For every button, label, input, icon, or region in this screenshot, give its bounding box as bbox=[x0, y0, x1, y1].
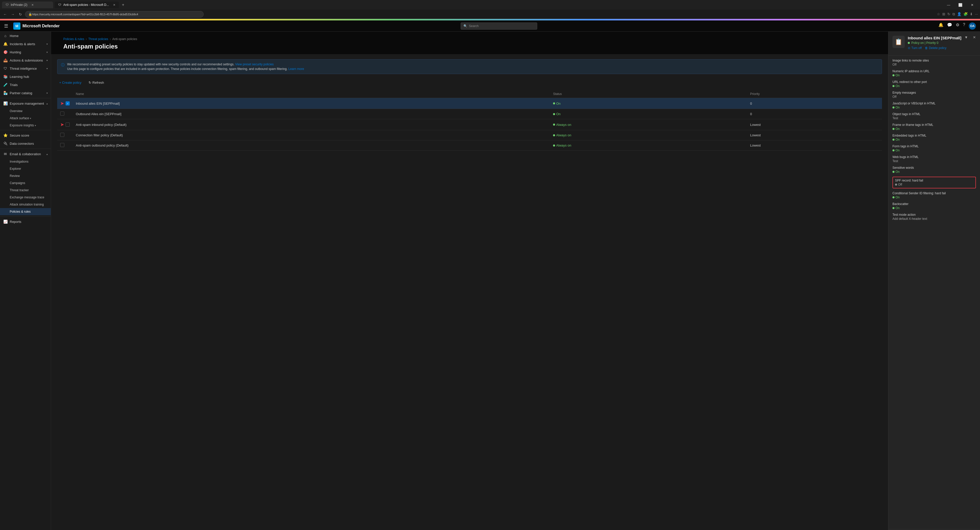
create-policy-button[interactable]: + Create policy bbox=[57, 79, 83, 86]
table-row[interactable]: Anti-spam outbound policy (Default) Alwa… bbox=[57, 140, 882, 151]
prop-backscatter: Backscatter On bbox=[892, 202, 976, 210]
split-icon[interactable]: ⧉ bbox=[953, 12, 955, 16]
panel-up-button[interactable]: ▲ bbox=[955, 34, 962, 41]
sidebar-label-review: Review bbox=[10, 174, 20, 178]
chevron-icon: ▾ bbox=[35, 124, 36, 127]
menu-icon[interactable]: ··· bbox=[975, 12, 978, 16]
info-link-preset[interactable]: View preset security policies bbox=[235, 62, 274, 66]
row-checkbox-cell: ➤ bbox=[57, 119, 73, 130]
sidebar-item-trials[interactable]: 🧪 Trials bbox=[0, 81, 51, 89]
address-bar[interactable]: 🔒 https://security.microsoft.com/antispa… bbox=[25, 11, 204, 18]
tab-label-1: InPrivate (2) bbox=[11, 3, 27, 6]
download-icon[interactable]: ⬇ bbox=[970, 12, 973, 16]
sidebar-item-hunting[interactable]: 🎯 Hunting ▾ bbox=[0, 48, 51, 56]
sidebar-item-incidents[interactable]: 🔔 Incidents & alerts ▾ bbox=[0, 40, 51, 48]
sidebar-item-learning[interactable]: 📚 Learning hub bbox=[0, 73, 51, 81]
table-row[interactable]: Connection filter policy (Default) Alway… bbox=[57, 130, 882, 140]
turn-off-button[interactable]: ⊙ Turn off bbox=[908, 46, 922, 50]
panel-down-button[interactable]: ▼ bbox=[963, 34, 970, 41]
status-dot bbox=[892, 138, 894, 141]
status-dot bbox=[892, 196, 894, 198]
sidebar-item-data-connectors[interactable]: 🔌 Data connectors bbox=[0, 139, 51, 148]
sidebar-item-exposure-insights[interactable]: Exposure insights ▾ bbox=[0, 122, 51, 129]
sidebar-label-data-connectors: Data connectors bbox=[10, 142, 34, 145]
panel-close-button[interactable]: ✕ bbox=[971, 34, 978, 41]
search-bar[interactable]: 🔍 Search bbox=[461, 22, 537, 30]
row-name-4: Connection filter policy (Default) bbox=[73, 130, 550, 140]
forward-button[interactable]: → bbox=[10, 12, 16, 16]
bell-icon[interactable]: 🔔 bbox=[939, 22, 943, 30]
sidebar-item-email-collab[interactable]: ✉ Email & collaboration ▴ bbox=[0, 150, 51, 158]
tab-label-2: Anti-spam policies - Microsoft D... bbox=[63, 3, 109, 6]
info-link-learn[interactable]: Learn more bbox=[288, 67, 304, 71]
breadcrumb-link-threat[interactable]: Threat policies bbox=[88, 37, 108, 41]
hamburger-menu[interactable]: ☰ bbox=[4, 23, 8, 29]
page-title: Anti-spam policies bbox=[63, 43, 876, 50]
collections-icon[interactable]: ⊞ bbox=[942, 12, 945, 16]
checkbox-2[interactable] bbox=[60, 111, 64, 116]
sidebar-label-exposure-mgmt: Exposure management bbox=[10, 102, 44, 105]
star-icon[interactable]: ☆ bbox=[937, 12, 940, 16]
sidebar-item-policies-rules[interactable]: Policies & rules bbox=[0, 208, 51, 215]
refresh-icon[interactable]: ↻ bbox=[947, 12, 950, 16]
delete-policy-button[interactable]: 🗑 Delete policy bbox=[925, 46, 947, 50]
table-row[interactable]: ➤ Anti-spam inbound policy (Default) Alw… bbox=[57, 119, 882, 130]
status-dot bbox=[892, 150, 894, 151]
sidebar-item-threat-intel[interactable]: 🛡 Threat intelligence ▾ bbox=[0, 64, 51, 73]
browser-tab-inprivate[interactable]: 🛡 InPrivate (2) ✕ bbox=[2, 2, 53, 8]
sidebar-item-investigations[interactable]: Investigations bbox=[0, 158, 51, 165]
table-row[interactable]: ➤ ✓ Inbound alles EIN [SEPPmail] On 0 bbox=[57, 98, 882, 109]
sidebar-item-exchange-trace[interactable]: Exchange message trace bbox=[0, 194, 51, 201]
sidebar-label-learning: Learning hub bbox=[10, 75, 29, 79]
panel-title-info: Inbound alles EIN [SEPPmail] Policy on |… bbox=[908, 36, 961, 50]
minimize-button[interactable]: — bbox=[943, 0, 955, 10]
sidebar-item-threat-tracker[interactable]: Threat tracker bbox=[0, 187, 51, 194]
sidebar-label-exposure-insights: Exposure insights bbox=[10, 124, 34, 127]
sidebar-item-attack-sim[interactable]: Attack simulation training bbox=[0, 201, 51, 208]
sidebar-item-reports[interactable]: 📈 Reports bbox=[0, 218, 51, 226]
tab-close-2[interactable]: ✕ bbox=[113, 3, 115, 6]
refresh-button[interactable]: ↻ Refresh bbox=[86, 79, 106, 86]
sidebar-item-partner[interactable]: 🏪 Partner catalog ▾ bbox=[0, 89, 51, 97]
tab-close-1[interactable]: ✕ bbox=[32, 3, 34, 6]
hunting-icon: 🎯 bbox=[3, 50, 8, 54]
checkbox-5[interactable] bbox=[60, 143, 64, 147]
sidebar-item-explorer[interactable]: Explorer bbox=[0, 165, 51, 172]
settings-icon[interactable]: ⚙ bbox=[956, 22, 959, 30]
profile-icon[interactable]: 👤 bbox=[957, 12, 961, 16]
sidebar-label-reports: Reports bbox=[10, 220, 21, 224]
sidebar-item-exposure-mgmt[interactable]: 📊 Exposure management ▴ bbox=[0, 99, 51, 107]
table-row[interactable]: Outbound Alles ein [SEPPmail] On 0 bbox=[57, 109, 882, 119]
sidebar-item-home[interactable]: ⌂ Home bbox=[0, 32, 51, 40]
chevron-icon: ▴ bbox=[46, 102, 48, 105]
avatar[interactable]: OA bbox=[969, 22, 976, 30]
sidebar-item-secure-score[interactable]: ⭐ Secure score bbox=[0, 131, 51, 139]
sidebar-item-attack-surface[interactable]: Attack surface ▾ bbox=[0, 115, 51, 122]
help-icon[interactable]: ? bbox=[963, 22, 965, 30]
sidebar-item-review[interactable]: Review bbox=[0, 172, 51, 180]
reload-button[interactable]: ↻ bbox=[18, 12, 24, 16]
breadcrumb-link-policies[interactable]: Policies & rules bbox=[63, 37, 84, 41]
delete-icon: 🗑 bbox=[925, 46, 928, 50]
close-button[interactable]: ✕ bbox=[966, 0, 978, 10]
checkbox-3[interactable] bbox=[65, 123, 70, 127]
teams-icon[interactable]: 💬 bbox=[947, 22, 952, 30]
sidebar-label-attack-surface: Attack surface bbox=[10, 116, 29, 120]
maximize-button[interactable]: ⬜ bbox=[955, 0, 966, 10]
sidebar-item-campaigns[interactable]: Campaigns bbox=[0, 180, 51, 187]
checkbox-1[interactable]: ✓ bbox=[65, 101, 70, 105]
browser-tab-active[interactable]: 🛡 Anti-spam policies - Microsoft D... ✕ bbox=[55, 2, 119, 8]
sidebar-item-overview[interactable]: Overview bbox=[0, 107, 51, 115]
chevron-icon: ▾ bbox=[46, 43, 48, 45]
learning-icon: 📚 bbox=[3, 75, 8, 79]
col-checkbox bbox=[57, 90, 73, 98]
checkbox-4[interactable] bbox=[60, 133, 64, 137]
back-button[interactable]: ← bbox=[2, 12, 8, 16]
threat-intel-icon: 🛡 bbox=[3, 66, 8, 70]
status-dot bbox=[892, 128, 894, 130]
extensions-icon[interactable]: 🧩 bbox=[963, 12, 968, 16]
toolbar: + Create policy ↻ Refresh bbox=[57, 79, 882, 86]
new-tab-button[interactable]: + bbox=[121, 2, 126, 8]
sidebar-item-actions[interactable]: 📤 Actions & submissions ▾ bbox=[0, 56, 51, 64]
sidebar-label-explorer: Explorer bbox=[10, 167, 21, 170]
